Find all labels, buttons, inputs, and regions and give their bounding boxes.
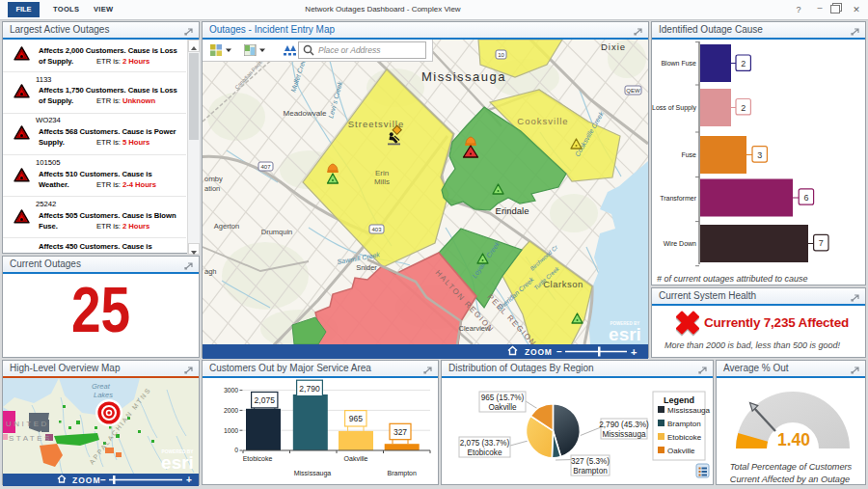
svg-text:3: 3 [757,150,762,160]
svg-text:Oakville: Oakville [344,455,368,462]
svg-text:965 (15.7%): 965 (15.7%) [481,394,525,402]
svg-text:Lakes: Lakes [94,391,113,399]
svg-text:Great: Great [92,382,111,391]
svg-text:1000: 1000 [224,427,238,434]
svg-text:327: 327 [393,427,407,437]
svg-text:esri: esri [161,452,194,473]
svg-text:Current Affected by an Outage: Current Affected by an Outage [730,475,850,484]
svg-text:2,075: 2,075 [255,395,276,405]
svg-text:Mississauga: Mississauga [294,470,332,477]
svg-text:Total Percentage of Customers: Total Percentage of Customers [730,462,853,472]
svg-text:Dixie: Dixie [601,41,626,52]
svg-text:Cooksville: Cooksville [517,116,568,126]
svg-text:2,790 (45.3%): 2,790 (45.3%) [599,421,649,429]
svg-text:0: 0 [234,447,238,453]
svg-text:Snider: Snider [356,263,377,272]
svg-text:3000: 3000 [224,387,238,394]
svg-text:Blown Fuse: Blown Fuse [661,60,696,67]
svg-text:STATES: STATES [9,434,52,443]
svg-text:ZOOM: ZOOM [525,347,553,357]
svg-text:Agerton: Agerton [214,222,239,231]
svg-text:esri: esri [609,324,641,344]
svg-text:407: 407 [260,164,271,170]
svg-text:10: 10 [498,52,504,58]
svg-text:Legend: Legend [664,395,694,405]
svg-text:# of current outages attribute: # of current outages attributed to cause [657,274,808,284]
svg-text:2,075 (33.7%): 2,075 (33.7%) [460,439,510,448]
svg-text:Oakville: Oakville [667,447,695,455]
svg-text:UNITED: UNITED [6,420,49,428]
svg-text:2: 2 [741,59,746,68]
svg-text:Mills: Mills [374,177,390,186]
svg-text:327 (5.3%): 327 (5.3%) [571,457,610,466]
svg-text:agh: agh [204,267,217,276]
svg-text:965: 965 [349,414,363,423]
svg-text:ornby: ornby [204,175,223,183]
svg-text:Transformer: Transformer [660,195,697,202]
svg-text:Erindale: Erindale [496,205,529,216]
svg-text:2: 2 [741,103,746,113]
svg-text:Mississauga: Mississauga [667,406,711,415]
svg-text:Loss of Supply: Loss of Supply [652,104,696,112]
svg-text:Wire Down: Wire Down [664,240,696,247]
svg-text:2000: 2000 [224,407,238,414]
svg-text:–: – [100,475,106,485]
svg-text:Brampton: Brampton [388,470,417,477]
svg-text:Etobicoke: Etobicoke [667,433,702,442]
svg-text:Mississauga: Mississauga [421,69,506,84]
svg-text:ZOOM: ZOOM [72,475,101,485]
svg-text:–: – [556,346,562,357]
svg-text:+: + [186,475,192,485]
svg-text:1.40: 1.40 [777,430,810,449]
svg-text:Drumquin: Drumquin [261,228,293,236]
svg-text:QEW: QEW [626,88,640,94]
svg-text:+: + [631,346,637,358]
svg-text:Brampton: Brampton [667,420,701,428]
svg-text:Mississauga: Mississauga [602,430,645,439]
svg-text:ation: ation [204,184,220,193]
svg-text:Brampton: Brampton [573,467,608,475]
svg-text:403: 403 [371,227,382,232]
svg-text:Fuse: Fuse [681,151,696,158]
svg-text:2,790: 2,790 [299,384,320,394]
svg-text:Etobicoke: Etobicoke [468,448,502,457]
svg-text:Etobicoke: Etobicoke [243,455,273,462]
svg-text:Meadowvale: Meadowvale [284,109,327,118]
svg-text:7: 7 [819,238,824,248]
svg-text:Oakville: Oakville [488,403,517,412]
svg-text:6: 6 [803,193,808,203]
svg-text:Erin: Erin [375,169,389,177]
svg-text:Clarkson: Clarkson [543,279,583,289]
